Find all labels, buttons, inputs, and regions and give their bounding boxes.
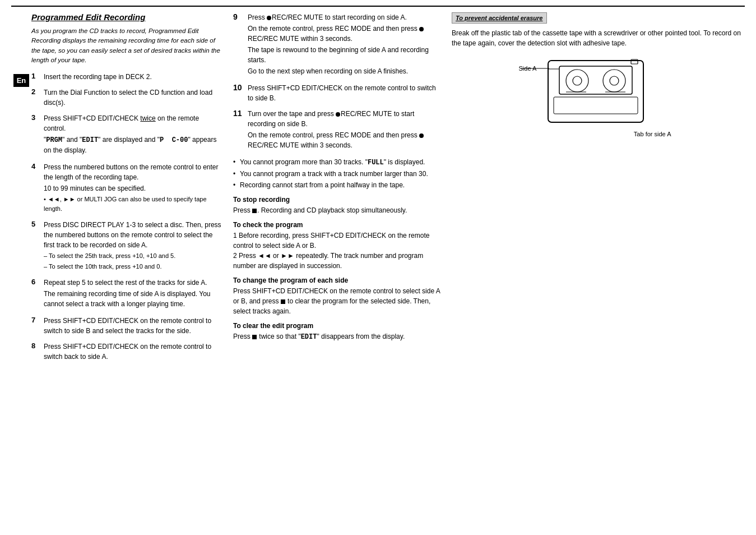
cassette-illustration: Side A	[452, 55, 745, 137]
step-8: 8 Press SHIFT+CD EDIT/CHECK on the remot…	[31, 342, 222, 362]
svg-point-2	[566, 70, 588, 92]
step-8-content: Press SHIFT+CD EDIT/CHECK on the remote …	[44, 342, 222, 362]
square-icon-2	[281, 299, 285, 304]
step-5: 5 Press DISC DIRECT PLAY 1-3 to select a…	[31, 220, 222, 272]
tab-label: Tab for side A	[559, 131, 671, 137]
cassette-svg	[542, 55, 655, 128]
stop-recording-body: Press . Recording and CD playback stop s…	[233, 205, 440, 215]
step-7-num: 7	[31, 316, 41, 324]
svg-rect-8	[554, 97, 638, 114]
step-7: 7 Press SHIFT+CD EDIT/CHECK on the remot…	[31, 316, 222, 336]
step-9: 9 Press REC/REC MUTE to start recording …	[233, 12, 440, 77]
step-4-content: Press the numbered buttons on the remote…	[44, 162, 222, 214]
bullet-notes: You cannot program more than 30 tracks. …	[233, 157, 440, 190]
page: En Programmed Edit Recording As you prog…	[0, 0, 756, 535]
step-10: 10 Press SHIFT+CD EDIT/CHECK on the remo…	[233, 83, 440, 103]
step-1-content: Insert the recording tape in DECK 2.	[44, 72, 222, 82]
section-title: Programmed Edit Recording	[31, 12, 222, 22]
sidebar: En	[11, 12, 31, 367]
step-6-content: Repeat step 5 to select the rest of the …	[44, 278, 222, 310]
side-a-arrow	[521, 63, 555, 74]
step-4-num: 4	[31, 162, 41, 170]
step-7-content: Press SHIFT+CD EDIT/CHECK on the remote …	[44, 316, 222, 336]
stop-recording-title: To stop recording	[233, 196, 440, 204]
step-10-content: Press SHIFT+CD EDIT/CHECK on the remote …	[248, 83, 440, 103]
step-2-content: Turn the Dial Function to select the CD …	[44, 87, 222, 108]
step-6-num: 6	[31, 278, 41, 286]
step-6: 6 Repeat step 5 to select the rest of th…	[31, 278, 222, 310]
step-9-num: 9	[233, 12, 245, 21]
step-5-num: 5	[31, 220, 41, 228]
step-10-num: 10	[233, 83, 245, 92]
circle-icon-4	[419, 133, 424, 138]
content-area: En Programmed Edit Recording As you prog…	[0, 7, 756, 373]
en-label: En	[13, 74, 30, 87]
circle-icon-2	[419, 27, 424, 31]
step-3-num: 3	[31, 113, 41, 122]
step-9-content: Press REC/REC MUTE to start recording on…	[248, 12, 440, 77]
change-program-body: Press SHIFT+CD EDIT/CHECK on the remote …	[233, 286, 440, 316]
svg-point-4	[603, 70, 625, 92]
circle-icon	[267, 16, 271, 20]
step-8-num: 8	[31, 342, 41, 350]
square-icon-3	[252, 335, 257, 339]
clear-edit-body: Press twice so that "EDIT" disappears fr…	[233, 331, 440, 342]
cassette-svg-wrapper: Side A	[542, 55, 655, 130]
col-right: To prevent accidental erasure Break off …	[452, 12, 745, 367]
prevent-text: Break off the plastic tab of the cassett…	[452, 28, 745, 48]
svg-rect-1	[559, 66, 632, 94]
svg-point-3	[573, 76, 582, 85]
bullet-1: You cannot program more than 30 tracks. …	[233, 157, 440, 168]
circle-icon-3	[336, 112, 340, 117]
step-1-num: 1	[31, 72, 41, 80]
check-program-title: To check the program	[233, 221, 440, 229]
step-5-content: Press DISC DIRECT PLAY 1-3 to select a d…	[44, 220, 222, 272]
check-program-body: 1 Before recording, press SHIFT+CD EDIT/…	[233, 230, 440, 271]
step-2-num: 2	[31, 87, 41, 96]
step-1: 1 Insert the recording tape in DECK 2.	[31, 72, 222, 82]
step-2: 2 Turn the Dial Function to select the C…	[31, 87, 222, 108]
step-11: 11 Turn over the tape and press REC/REC …	[233, 109, 440, 151]
step-3-content: Press SHIFT+CD EDIT/CHECK twice on the r…	[44, 113, 222, 156]
prevent-box: To prevent accidental erasure	[452, 12, 547, 24]
bullet-3: Recording cannot start from a point half…	[233, 180, 440, 190]
change-program-title: To change the program of each side	[233, 276, 440, 284]
clear-edit-title: To clear the edit program	[233, 322, 440, 330]
columns: Programmed Edit Recording As you program…	[31, 12, 745, 367]
step-4: 4 Press the numbered buttons on the remo…	[31, 162, 222, 214]
col-left: Programmed Edit Recording As you program…	[31, 12, 222, 367]
svg-point-5	[610, 76, 619, 85]
bullet-2: You cannot program a track with a track …	[233, 169, 440, 179]
square-icon-1	[252, 209, 257, 213]
intro-text: As you program the CD tracks to record, …	[31, 26, 222, 65]
step-3: 3 Press SHIFT+CD EDIT/CHECK twice on the…	[31, 113, 222, 156]
col-middle: 9 Press REC/REC MUTE to start recording …	[233, 12, 440, 367]
step-11-num: 11	[233, 109, 245, 118]
step-11-content: Turn over the tape and press REC/REC MUT…	[248, 109, 440, 151]
svg-rect-0	[548, 61, 643, 122]
